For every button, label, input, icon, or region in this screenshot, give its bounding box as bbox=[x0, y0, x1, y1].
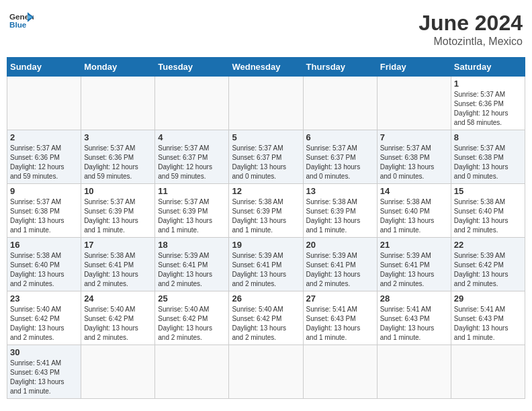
day-info-text: Sunrise: 5:37 AM Sunset: 6:37 PM Dayligh… bbox=[158, 144, 226, 181]
month-year-title: June 2024 bbox=[418, 11, 523, 36]
day-number: 10 bbox=[84, 186, 152, 196]
day-info-text: Sunrise: 5:39 AM Sunset: 6:41 PM Dayligh… bbox=[306, 251, 374, 289]
calendar-day-cell: 19Sunrise: 5:39 AM Sunset: 6:41 PM Dayli… bbox=[229, 238, 303, 291]
calendar-day-cell: 20Sunrise: 5:39 AM Sunset: 6:41 PM Dayli… bbox=[303, 238, 377, 291]
calendar-week-row: 23Sunrise: 5:40 AM Sunset: 6:42 PM Dayli… bbox=[7, 291, 525, 345]
day-number: 12 bbox=[232, 186, 300, 196]
day-info-text: Sunrise: 5:39 AM Sunset: 6:41 PM Dayligh… bbox=[380, 251, 448, 289]
day-number: 21 bbox=[380, 240, 448, 250]
calendar-week-row: 16Sunrise: 5:38 AM Sunset: 6:40 PM Dayli… bbox=[7, 238, 525, 291]
calendar-day-cell: 24Sunrise: 5:40 AM Sunset: 6:42 PM Dayli… bbox=[81, 291, 155, 345]
calendar-day-cell: 1Sunrise: 5:37 AM Sunset: 6:36 PM Daylig… bbox=[451, 77, 525, 130]
calendar-day-cell bbox=[377, 77, 451, 130]
calendar-week-row: 1Sunrise: 5:37 AM Sunset: 6:36 PM Daylig… bbox=[7, 77, 525, 130]
calendar-day-cell: 8Sunrise: 5:37 AM Sunset: 6:38 PM Daylig… bbox=[451, 130, 525, 184]
day-info-text: Sunrise: 5:37 AM Sunset: 6:39 PM Dayligh… bbox=[84, 197, 152, 235]
day-info-text: Sunrise: 5:38 AM Sunset: 6:40 PM Dayligh… bbox=[10, 251, 78, 289]
day-info-text: Sunrise: 5:37 AM Sunset: 6:39 PM Dayligh… bbox=[158, 197, 226, 235]
day-info-text: Sunrise: 5:38 AM Sunset: 6:41 PM Dayligh… bbox=[84, 251, 152, 289]
calendar-day-cell: 21Sunrise: 5:39 AM Sunset: 6:41 PM Dayli… bbox=[377, 238, 451, 291]
day-number: 29 bbox=[454, 293, 522, 304]
day-info-text: Sunrise: 5:41 AM Sunset: 6:43 PM Dayligh… bbox=[454, 305, 522, 342]
day-info-text: Sunrise: 5:39 AM Sunset: 6:41 PM Dayligh… bbox=[158, 251, 226, 289]
calendar-day-cell bbox=[451, 345, 525, 399]
calendar-day-cell: 26Sunrise: 5:40 AM Sunset: 6:42 PM Dayli… bbox=[229, 291, 303, 345]
day-info-text: Sunrise: 5:37 AM Sunset: 6:36 PM Dayligh… bbox=[454, 90, 522, 128]
day-info-text: Sunrise: 5:37 AM Sunset: 6:36 PM Dayligh… bbox=[84, 144, 152, 181]
location-subtitle: Motozintla, Mexico bbox=[418, 36, 523, 48]
calendar-day-cell: 5Sunrise: 5:37 AM Sunset: 6:37 PM Daylig… bbox=[229, 130, 303, 184]
calendar-day-cell: 11Sunrise: 5:37 AM Sunset: 6:39 PM Dayli… bbox=[155, 184, 229, 238]
day-number: 4 bbox=[158, 132, 226, 142]
day-number: 5 bbox=[232, 132, 300, 142]
logo: General Blue bbox=[9, 11, 34, 30]
day-info-text: Sunrise: 5:37 AM Sunset: 6:36 PM Dayligh… bbox=[10, 144, 78, 181]
calendar-day-cell: 9Sunrise: 5:37 AM Sunset: 6:38 PM Daylig… bbox=[7, 184, 81, 238]
day-number: 3 bbox=[84, 132, 152, 142]
calendar-week-row: 2Sunrise: 5:37 AM Sunset: 6:36 PM Daylig… bbox=[7, 130, 525, 184]
day-info-text: Sunrise: 5:37 AM Sunset: 6:38 PM Dayligh… bbox=[10, 197, 78, 235]
calendar-day-cell bbox=[155, 77, 229, 130]
day-info-text: Sunrise: 5:37 AM Sunset: 6:38 PM Dayligh… bbox=[454, 144, 522, 181]
day-info-text: Sunrise: 5:38 AM Sunset: 6:40 PM Dayligh… bbox=[454, 197, 522, 235]
calendar-day-cell: 15Sunrise: 5:38 AM Sunset: 6:40 PM Dayli… bbox=[451, 184, 525, 238]
calendar-week-row: 9Sunrise: 5:37 AM Sunset: 6:38 PM Daylig… bbox=[7, 184, 525, 238]
calendar-day-cell: 3Sunrise: 5:37 AM Sunset: 6:36 PM Daylig… bbox=[81, 130, 155, 184]
day-number: 6 bbox=[306, 132, 374, 142]
weekday-header-friday: Friday bbox=[377, 58, 451, 77]
day-number: 24 bbox=[84, 293, 152, 304]
day-number: 28 bbox=[380, 293, 448, 304]
calendar-day-cell: 12Sunrise: 5:38 AM Sunset: 6:39 PM Dayli… bbox=[229, 184, 303, 238]
day-info-text: Sunrise: 5:37 AM Sunset: 6:37 PM Dayligh… bbox=[232, 144, 300, 181]
calendar-day-cell: 27Sunrise: 5:41 AM Sunset: 6:43 PM Dayli… bbox=[303, 291, 377, 345]
calendar-day-cell: 29Sunrise: 5:41 AM Sunset: 6:43 PM Dayli… bbox=[451, 291, 525, 345]
calendar-day-cell: 4Sunrise: 5:37 AM Sunset: 6:37 PM Daylig… bbox=[155, 130, 229, 184]
calendar-day-cell: 25Sunrise: 5:40 AM Sunset: 6:42 PM Dayli… bbox=[155, 291, 229, 345]
weekday-header-saturday: Saturday bbox=[451, 58, 525, 77]
calendar-day-cell bbox=[81, 77, 155, 130]
day-number: 11 bbox=[158, 186, 226, 196]
calendar-day-cell bbox=[229, 77, 303, 130]
day-number: 25 bbox=[158, 293, 226, 304]
day-number: 30 bbox=[10, 347, 78, 357]
day-number: 22 bbox=[454, 240, 522, 250]
calendar-day-cell bbox=[229, 345, 303, 399]
day-info-text: Sunrise: 5:41 AM Sunset: 6:43 PM Dayligh… bbox=[10, 359, 78, 396]
calendar-day-cell: 30Sunrise: 5:41 AM Sunset: 6:43 PM Dayli… bbox=[7, 345, 81, 399]
day-number: 23 bbox=[10, 293, 78, 304]
calendar-day-cell: 22Sunrise: 5:39 AM Sunset: 6:42 PM Dayli… bbox=[451, 238, 525, 291]
day-info-text: Sunrise: 5:40 AM Sunset: 6:42 PM Dayligh… bbox=[232, 305, 300, 342]
calendar-day-cell: 7Sunrise: 5:37 AM Sunset: 6:38 PM Daylig… bbox=[377, 130, 451, 184]
calendar-day-cell bbox=[7, 77, 81, 130]
calendar-day-cell: 17Sunrise: 5:38 AM Sunset: 6:41 PM Dayli… bbox=[81, 238, 155, 291]
day-number: 9 bbox=[10, 186, 78, 196]
calendar-day-cell bbox=[303, 345, 377, 399]
day-number: 8 bbox=[454, 132, 522, 142]
day-number: 15 bbox=[454, 186, 522, 196]
day-number: 17 bbox=[84, 240, 152, 250]
calendar-day-cell: 18Sunrise: 5:39 AM Sunset: 6:41 PM Dayli… bbox=[155, 238, 229, 291]
day-number: 19 bbox=[232, 240, 300, 250]
day-number: 18 bbox=[158, 240, 226, 250]
weekday-header-row: SundayMondayTuesdayWednesdayThursdayFrid… bbox=[7, 58, 525, 77]
calendar-day-cell: 2Sunrise: 5:37 AM Sunset: 6:36 PM Daylig… bbox=[7, 130, 81, 184]
day-info-text: Sunrise: 5:39 AM Sunset: 6:42 PM Dayligh… bbox=[454, 251, 522, 289]
calendar-day-cell: 10Sunrise: 5:37 AM Sunset: 6:39 PM Dayli… bbox=[81, 184, 155, 238]
calendar-day-cell bbox=[377, 345, 451, 399]
day-info-text: Sunrise: 5:41 AM Sunset: 6:43 PM Dayligh… bbox=[306, 305, 374, 342]
day-info-text: Sunrise: 5:38 AM Sunset: 6:39 PM Dayligh… bbox=[232, 197, 300, 235]
day-number: 16 bbox=[10, 240, 78, 250]
weekday-header-monday: Monday bbox=[81, 58, 155, 77]
calendar-title-block: June 2024 Motozintla, Mexico bbox=[418, 11, 523, 48]
day-number: 27 bbox=[306, 293, 374, 304]
calendar-day-cell: 28Sunrise: 5:41 AM Sunset: 6:43 PM Dayli… bbox=[377, 291, 451, 345]
weekday-header-wednesday: Wednesday bbox=[229, 58, 303, 77]
day-info-text: Sunrise: 5:40 AM Sunset: 6:42 PM Dayligh… bbox=[158, 305, 226, 342]
calendar-week-row: 30Sunrise: 5:41 AM Sunset: 6:43 PM Dayli… bbox=[7, 345, 525, 399]
calendar-day-cell: 14Sunrise: 5:38 AM Sunset: 6:40 PM Dayli… bbox=[377, 184, 451, 238]
day-number: 7 bbox=[380, 132, 448, 142]
day-info-text: Sunrise: 5:37 AM Sunset: 6:38 PM Dayligh… bbox=[380, 144, 448, 181]
general-blue-logo-icon: General Blue bbox=[9, 11, 34, 30]
day-info-text: Sunrise: 5:38 AM Sunset: 6:39 PM Dayligh… bbox=[306, 197, 374, 235]
day-number: 26 bbox=[232, 293, 300, 304]
